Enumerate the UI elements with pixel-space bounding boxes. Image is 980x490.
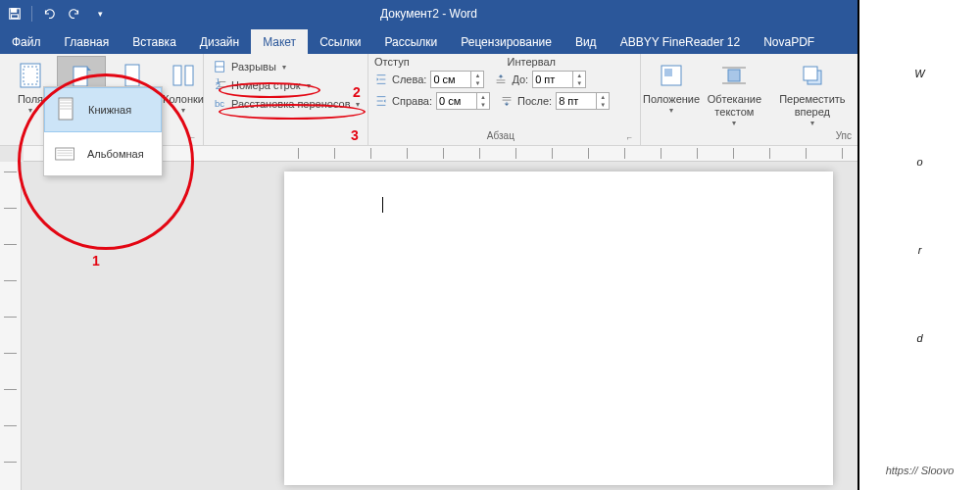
breaks-button[interactable]: Разрывы▾ [210,58,362,75]
undo-icon[interactable] [38,3,60,24]
tab-review[interactable]: Рецензирование [449,29,564,54]
svg-rect-6 [125,65,139,86]
svg-rect-19 [56,148,74,160]
svg-rect-7 [173,66,181,85]
tab-insert[interactable]: Вставка [121,29,188,54]
redo-icon[interactable] [64,3,85,24]
orientation-portrait[interactable]: Книжная [44,87,162,132]
page-setup-launcher-icon[interactable]: ⌐ [190,132,197,142]
hyphenation-icon: bc [214,97,227,111]
spacing-header: Интервал [508,56,556,68]
qat-customize-icon[interactable]: ▾ [89,3,111,24]
save-icon[interactable] [4,3,25,24]
spacing-after-icon [500,94,514,108]
watermark-panel: W o r d https:// Sloovo [858,0,980,490]
paragraph-label: Абзац [374,130,627,143]
tab-references[interactable]: Ссылки [308,29,372,54]
svg-rect-14 [664,69,672,76]
svg-text:bc: bc [215,98,224,109]
watermark-url: https:// Sloovo [886,463,955,478]
document-title: Документ2 - Word [380,7,477,21]
indent-header: Отступ [374,56,410,68]
vertical-ruler[interactable] [0,162,22,490]
wm-letter: W [914,29,924,118]
margins-icon [15,60,46,91]
tab-view[interactable]: Вид [564,29,609,54]
columns-icon [168,60,199,91]
line-numbers-icon: 12 [214,78,227,92]
tab-design[interactable]: Дизайн [188,29,251,54]
indent-left-icon [374,73,388,86]
wrap-icon [718,60,750,91]
breaks-icon [214,60,227,74]
bring-forward-icon [797,60,828,91]
orientation-landscape[interactable]: Альбомная [44,132,162,175]
wm-letter: r [918,206,922,294]
svg-rect-8 [185,66,193,85]
spacing-after-input[interactable]: ▲▼ [556,92,610,110]
line-numbers-button[interactable]: 12 Номера строк▾ [210,76,362,94]
text-cursor [382,197,383,213]
titlebar: ▾ Документ2 - Word [0,0,858,27]
wm-letter: o [916,118,922,206]
position-icon [656,60,687,91]
annotation-label-1: 1 [92,253,100,269]
spacing-before-icon [494,73,508,86]
svg-rect-3 [21,64,40,87]
tab-abbyy[interactable]: ABBYY FineReader 12 [609,29,753,54]
ribbon-tabs: Файл Главная Вставка Дизайн Макет Ссылки… [0,27,858,54]
position-button[interactable]: Положение▾ [647,56,696,117]
annotation-label-3: 3 [351,127,359,143]
svg-rect-17 [804,67,817,80]
hyphenation-button[interactable]: bc Расстановка переносов▾ [210,95,362,113]
spacing-before-input[interactable]: ▲▼ [532,71,586,88]
indent-left-input[interactable]: ▲▼ [430,71,484,88]
indent-right-icon [374,94,388,108]
tab-novapdf[interactable]: NovaPDF [752,29,826,54]
svg-rect-15 [728,70,740,81]
svg-rect-2 [12,15,19,19]
portrait-icon [55,96,78,123]
annotation-label-2: 2 [353,84,361,100]
tab-layout[interactable]: Макет [251,29,308,54]
columns-button[interactable]: Колонки▾ [159,56,208,117]
tab-file[interactable]: Файл [0,29,53,54]
tab-home[interactable]: Главная [53,29,122,54]
wm-letter: d [916,294,922,382]
document-page[interactable] [284,172,833,485]
svg-rect-5 [74,67,87,86]
arrange-label: Упс [647,130,852,143]
bring-forward-button[interactable]: Переместить вперед▾ [773,56,852,129]
paragraph-launcher-icon[interactable]: ⌐ [627,132,634,142]
tab-mailings[interactable]: Рассылки [372,29,449,54]
svg-rect-1 [12,9,17,13]
indent-right-input[interactable]: ▲▼ [436,92,490,110]
orientation-dropdown: Книжная Альбомная [43,86,163,176]
wrap-text-button[interactable]: Обтекание текстом▾ [698,56,771,129]
landscape-icon [54,140,77,168]
